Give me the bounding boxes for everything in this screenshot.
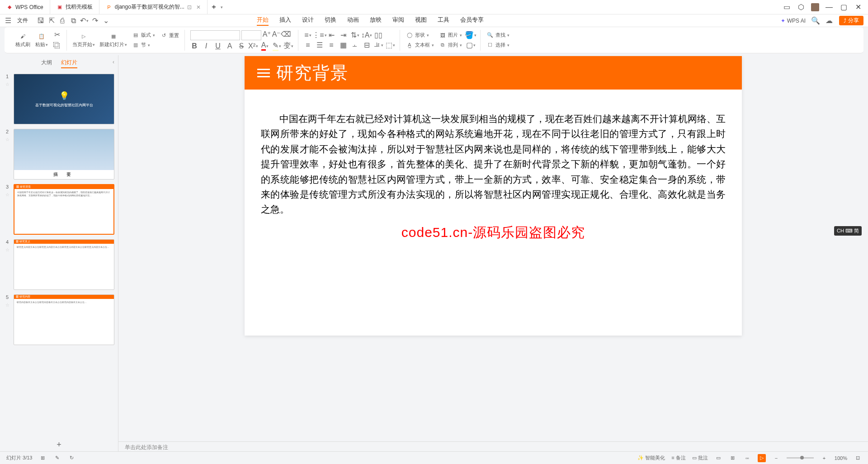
star-icon[interactable]: ☆ <box>5 303 9 308</box>
undo-icon[interactable]: ↶▾ <box>80 17 88 24</box>
increase-indent-icon[interactable]: ⇥ <box>339 31 347 39</box>
status-grid-icon[interactable]: ⊞ <box>38 454 47 462</box>
smart-art-icon[interactable]: ⬚▾ <box>386 41 394 49</box>
strike-icon[interactable]: S̶ <box>237 42 245 50</box>
slide-canvas[interactable]: 研究背景 中国在两千年左右就已经对计算机这一块发展到相当的规模了，现在老百姓们越… <box>245 56 742 336</box>
cut-icon[interactable]: ✂ <box>53 31 61 39</box>
bullet-list-icon[interactable]: ≡▾ <box>304 31 312 39</box>
status-pen-icon[interactable]: ✎ <box>53 454 61 462</box>
tab-design[interactable]: 设计 <box>302 16 314 26</box>
select-button[interactable]: ☐选择▾ <box>486 41 509 49</box>
increase-font-icon[interactable]: A⁺ <box>263 30 271 38</box>
textbox-button[interactable]: A̲文本框▾ <box>406 41 434 49</box>
star-icon[interactable]: ☆ <box>5 82 9 87</box>
redo-icon[interactable]: ↷ <box>91 17 99 24</box>
app-tab-document[interactable]: P django基于数据可视化的智... ⊡ ✕ <box>99 0 208 14</box>
slide-thumb-2[interactable]: 摘 要 <box>14 129 114 180</box>
decrease-indent-icon[interactable]: ⇤ <box>327 31 335 39</box>
superscript-icon[interactable]: X²▾ <box>249 42 257 50</box>
align-middle-icon[interactable]: ⊟ <box>363 41 371 49</box>
tab-review[interactable]: 审阅 <box>392 16 404 26</box>
app-tab-wps[interactable]: ◆ WPS Office <box>0 0 50 14</box>
maximize-icon[interactable]: ▢ <box>839 3 848 12</box>
italic-icon[interactable]: I <box>202 42 210 50</box>
new-slide-button[interactable]: ▦新建幻灯片▾ <box>99 32 127 48</box>
ime-indicator[interactable]: CH ⌨ 简 <box>834 226 862 236</box>
collapse-panel-icon[interactable]: ‹ <box>113 59 114 65</box>
bold-icon[interactable]: B <box>190 42 198 50</box>
tab-menu-dropdown[interactable]: ▾ <box>221 5 223 9</box>
tab-more-icon[interactable]: ⊡ <box>187 4 192 10</box>
smart-beautify[interactable]: ✨ 智能美化 <box>637 455 665 461</box>
align-top-icon[interactable]: ⫠ <box>351 41 359 49</box>
zoom-in-icon[interactable]: + <box>820 454 828 462</box>
shape-button[interactable]: ◯形状▾ <box>406 31 434 39</box>
outline-tab[interactable]: 大纲 <box>41 59 52 68</box>
pinyin-icon[interactable]: 变▾ <box>284 42 292 50</box>
save-icon[interactable]: 🖫 <box>37 17 44 24</box>
view-reading-icon[interactable]: ▫▫ <box>743 454 751 462</box>
file-menu[interactable]: 文件 <box>14 16 31 25</box>
canvas-scroll[interactable]: 研究背景 中国在两千年左右就已经对计算机这一块发展到相当的规模了，现在老百姓们越… <box>118 55 868 441</box>
tab-insert[interactable]: 插入 <box>279 16 291 26</box>
slide-thumb-3[interactable]: ☰ 研究背景 中国在两千年左右就已经对计算机这一块发展到相当的规模了，现在老百姓… <box>14 184 114 235</box>
columns-icon[interactable]: ▯▯ <box>374 31 382 39</box>
slide-thumb-5[interactable]: ☰ 研究内容 研究内容条目文本占位研究内容条目文本占位研究内容条目文本占位... <box>14 294 114 345</box>
avatar-icon[interactable] <box>811 3 819 11</box>
highlight-icon[interactable]: ✎▾ <box>273 42 281 50</box>
app-tab-template[interactable]: ▣ 找稻壳模板 <box>50 0 99 14</box>
font-color-icon[interactable]: A▾ <box>261 42 269 50</box>
play-from-current[interactable]: ▷当页开始▾ <box>72 32 95 48</box>
tab-transition[interactable]: 切换 <box>325 16 336 26</box>
comments-toggle[interactable]: ▭ 批注 <box>692 455 708 461</box>
tab-vip[interactable]: 会员专享 <box>460 16 484 26</box>
add-slide-button[interactable]: + <box>0 436 118 453</box>
shadow-icon[interactable]: A <box>226 42 234 50</box>
star-icon[interactable]: ☆ <box>5 137 9 142</box>
search-icon[interactable]: 🔍 <box>812 17 819 24</box>
slides-tab[interactable]: 幻灯片 <box>61 59 77 68</box>
close-window-icon[interactable]: ✕ <box>854 3 863 12</box>
decrease-font-icon[interactable]: A⁻ <box>272 30 280 38</box>
add-tab-button[interactable]: ＋ <box>208 2 220 12</box>
section-button[interactable]: ▥节▾ <box>132 41 155 49</box>
image-button[interactable]: 🖼图片▾ <box>439 31 462 39</box>
fill-color-icon[interactable]: 🪣▾ <box>467 31 475 39</box>
fit-screen-icon[interactable]: ⊡ <box>854 454 862 462</box>
copy-icon[interactable]: ⿻ <box>53 42 61 50</box>
view-slideshow-icon[interactable]: ▷ <box>758 454 766 462</box>
tab-view[interactable]: 视图 <box>415 16 427 26</box>
clear-format-icon[interactable]: ⌫ <box>282 30 290 38</box>
star-icon[interactable]: ☆ <box>5 192 9 197</box>
reset-button[interactable]: ↺重置 <box>160 32 179 40</box>
close-tab-icon[interactable]: ✕ <box>196 4 201 10</box>
zoom-slider[interactable] <box>787 457 814 459</box>
align-bottom-icon[interactable]: ⫡▾ <box>374 41 382 49</box>
share-button[interactable]: ⤴ 分享 <box>839 16 863 25</box>
find-button[interactable]: 🔍查找▾ <box>486 31 509 39</box>
number-list-icon[interactable]: ⋮≡▾ <box>316 31 324 39</box>
wps-ai-button[interactable]: ✦WPS AI <box>781 18 806 24</box>
body-text[interactable]: 中国在两千年左右就已经对计算机这一块发展到相当的规模了，现在老百姓们越来越离不开… <box>261 111 726 217</box>
align-right-icon[interactable]: ≡ <box>327 41 335 49</box>
slide-title[interactable]: 研究背景 <box>276 62 349 85</box>
arrange-button[interactable]: ⧉排列▾ <box>439 41 462 49</box>
align-left-icon[interactable]: ≡ <box>304 41 312 49</box>
align-center-icon[interactable]: ☰ <box>316 41 324 49</box>
view-normal-icon[interactable]: ▭ <box>714 454 722 462</box>
notes-toggle[interactable]: ≡ 备注 <box>671 455 685 461</box>
text-direction-icon[interactable]: ↕A▾ <box>363 31 371 39</box>
outline-icon[interactable]: ▢▾ <box>467 41 475 49</box>
hamburger-menu-icon[interactable]: ☰ <box>5 17 12 24</box>
tab-present[interactable]: 放映 <box>370 16 382 26</box>
font-size-select[interactable] <box>241 30 261 40</box>
font-family-select[interactable] <box>190 30 240 40</box>
tab-animation[interactable]: 动画 <box>347 16 359 26</box>
format-painter-button[interactable]: 🖌格式刷 <box>15 32 30 48</box>
minimize-icon[interactable]: — <box>825 3 834 12</box>
status-replay-icon[interactable]: ↻ <box>67 454 75 462</box>
slide-body[interactable]: 中国在两千年左右就已经对计算机这一块发展到相当的规模了，现在老百姓们越来越离不开… <box>245 90 742 251</box>
zoom-value[interactable]: 100% <box>835 455 847 461</box>
line-spacing-icon[interactable]: ⇅▾ <box>351 31 359 39</box>
align-justify-icon[interactable]: ▦ <box>339 41 347 49</box>
